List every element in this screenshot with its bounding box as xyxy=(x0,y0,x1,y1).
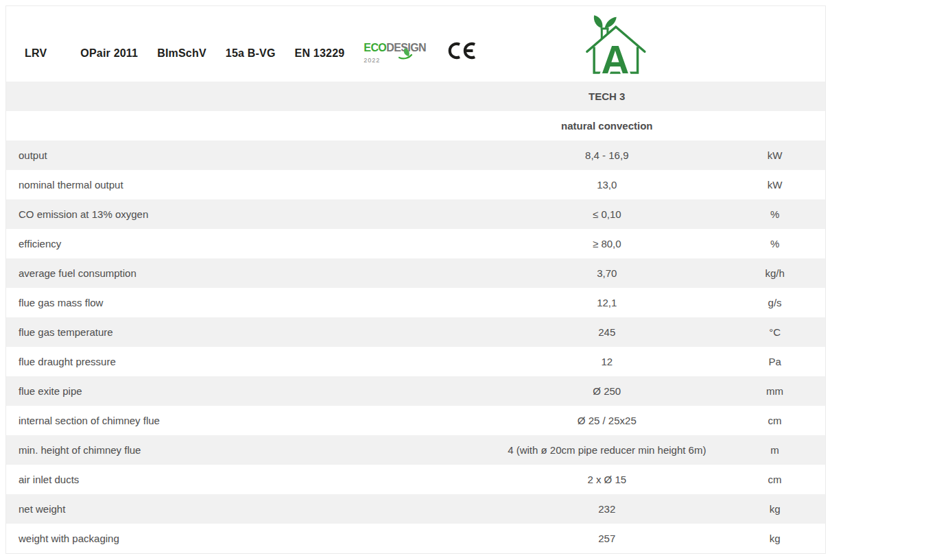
model-header-cell: TECH 3 xyxy=(489,82,724,111)
ecodesign-eco-text: ECO xyxy=(364,42,386,53)
cert-label-bimschv: BImSchV xyxy=(157,47,206,60)
spec-unit-cell: mm xyxy=(724,376,825,406)
spec-unit-cell: cm xyxy=(724,465,825,494)
spec-label-cell: flue exite pipe xyxy=(6,376,489,406)
spec-value-cell: 257 xyxy=(489,524,724,553)
spec-value-cell: 3,70 xyxy=(489,258,724,288)
spec-unit-cell: % xyxy=(724,199,825,229)
spec-value-cell: 232 xyxy=(489,494,724,524)
energy-class-letter: A xyxy=(602,38,630,77)
leaf-icon xyxy=(395,47,413,60)
cert-label-opair: OPair 2011 xyxy=(80,47,138,60)
spec-label-cell: nominal thermal output xyxy=(6,170,489,199)
cert-label-lrv: LRV xyxy=(25,47,47,60)
spec-row: net weight 232 kg xyxy=(6,494,825,524)
spec-row: average fuel consumption 3,70 kg/h xyxy=(6,258,825,288)
spec-unit-cell: Pa xyxy=(724,347,825,376)
spec-row: internal section of chimney flue Ø 25 / … xyxy=(6,406,825,435)
spec-label-cell: flue gas temperature xyxy=(6,317,489,347)
spec-unit-cell: cm xyxy=(724,406,825,435)
spec-value-cell: ≥ 80,0 xyxy=(489,229,724,258)
spec-value-cell: Ø 250 xyxy=(489,376,724,406)
spec-row: CO emission at 13% oxygen ≤ 0,10 % xyxy=(6,199,825,229)
spec-row: nominal thermal output 13,0 kW xyxy=(6,170,825,199)
spec-label-cell: flue draught pressure xyxy=(6,347,489,376)
spec-label-cell: output xyxy=(6,141,489,170)
spec-unit-cell: °C xyxy=(724,317,825,347)
convection-header-row: natural convection xyxy=(6,111,825,141)
model-header-row: TECH 3 xyxy=(6,82,825,111)
spec-row: output 8,4 - 16,9 kW xyxy=(6,141,825,170)
ecodesign-2022-logo: ECODESIGN 2022 xyxy=(364,42,418,64)
energy-class-house-icon: A xyxy=(582,12,648,80)
spec-row: weight with packaging 257 kg xyxy=(6,524,825,553)
ecodesign-year-text: 2022 xyxy=(364,57,380,64)
spec-label-cell: internal section of chimney flue xyxy=(6,406,489,435)
spec-label-cell: flue gas mass flow xyxy=(6,288,489,317)
spec-row: efficiency ≥ 80,0 % xyxy=(6,229,825,258)
spec-value-cell: 245 xyxy=(489,317,724,347)
spec-unit-cell: kW xyxy=(724,170,825,199)
spec-row: min. height of chimney flue 4 (with ø 20… xyxy=(6,435,825,465)
spec-unit-cell: % xyxy=(724,229,825,258)
spec-row: flue gas temperature 245 °C xyxy=(6,317,825,347)
spec-value-cell: 4 (with ø 20cm pipe reducer min height 6… xyxy=(489,435,724,465)
spec-unit-cell: kg/h xyxy=(724,258,825,288)
spec-label-cell: weight with packaging xyxy=(6,524,489,553)
spec-label-cell: min. height of chimney flue xyxy=(6,435,489,465)
certification-header: LRV OPair 2011 BImSchV 15a B-VG EN 13229… xyxy=(6,6,825,82)
spec-label-cell: CO emission at 13% oxygen xyxy=(6,199,489,229)
spec-value-cell: Ø 25 / 25x25 xyxy=(489,406,724,435)
spec-value-cell: 12,1 xyxy=(489,288,724,317)
spec-value-cell: 12 xyxy=(489,347,724,376)
spec-unit-cell: kg xyxy=(724,494,825,524)
spec-value-cell: 13,0 xyxy=(489,170,724,199)
spec-value-cell: 2 x Ø 15 xyxy=(489,465,724,494)
spec-unit-cell: m xyxy=(724,435,825,465)
ce-mark-icon xyxy=(444,40,476,64)
spec-row: flue gas mass flow 12,1 g/s xyxy=(6,288,825,317)
convection-header-cell: natural convection xyxy=(489,111,724,141)
spec-label-cell: efficiency xyxy=(6,229,489,258)
spec-sheet: LRV OPair 2011 BImSchV 15a B-VG EN 13229… xyxy=(5,5,826,554)
spec-label-cell: air inlet ducts xyxy=(6,465,489,494)
spec-value-cell: ≤ 0,10 xyxy=(489,199,724,229)
spec-row: flue exite pipe Ø 250 mm xyxy=(6,376,825,406)
cert-label-en13229: EN 13229 xyxy=(295,47,345,60)
spec-row: flue draught pressure 12 Pa xyxy=(6,347,825,376)
spec-table: TECH 3 natural convection output 8,4 - 1… xyxy=(6,82,825,553)
spec-label-cell: average fuel consumption xyxy=(6,258,489,288)
spec-label-cell: net weight xyxy=(6,494,489,524)
spec-unit-cell: kg xyxy=(724,524,825,553)
spec-unit-cell: g/s xyxy=(724,288,825,317)
spec-row: air inlet ducts 2 x Ø 15 cm xyxy=(6,465,825,494)
spec-table-body: output 8,4 - 16,9 kW nominal thermal out… xyxy=(6,141,825,553)
cert-label-15a-bvg: 15a B-VG xyxy=(226,47,276,60)
spec-value-cell: 8,4 - 16,9 xyxy=(489,141,724,170)
spec-unit-cell: kW xyxy=(724,141,825,170)
